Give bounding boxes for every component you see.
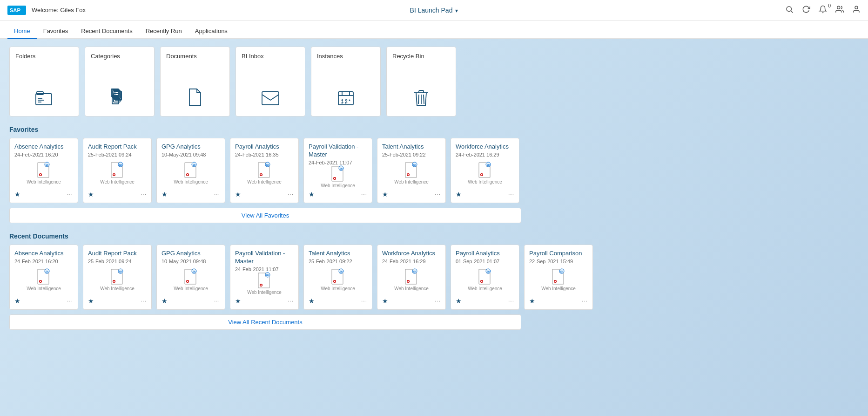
favorites-section: Favorites Absence Analytics24-Feb-2021 1… bbox=[9, 126, 859, 223]
web-intelligence-icon: BI Web Intelligence bbox=[321, 268, 355, 291]
favorite-star-icon[interactable]: ★ bbox=[235, 297, 241, 305]
document-card[interactable]: Absence Analytics24-Feb-2021 16:20 BI We… bbox=[9, 245, 78, 310]
more-options-icon[interactable]: ··· bbox=[141, 298, 147, 304]
favorite-star-icon[interactable]: ★ bbox=[382, 297, 388, 305]
more-options-icon[interactable]: ··· bbox=[582, 298, 588, 304]
more-options-icon[interactable]: ··· bbox=[141, 191, 147, 198]
document-card[interactable]: Talent Analytics25-Feb-2021 09:22 BI Web… bbox=[377, 138, 446, 203]
more-options-icon[interactable]: ··· bbox=[361, 298, 367, 304]
favorite-star-icon[interactable]: ★ bbox=[309, 191, 315, 198]
view-all-recent-button[interactable]: View All Recent Documents bbox=[9, 314, 521, 330]
favorite-star-icon[interactable]: ★ bbox=[309, 297, 315, 305]
nav-home[interactable]: Home bbox=[7, 24, 37, 39]
favorite-star-icon[interactable]: ★ bbox=[529, 297, 535, 305]
svg-point-46 bbox=[261, 174, 262, 175]
favorite-star-icon[interactable]: ★ bbox=[456, 297, 462, 305]
svg-text:BI: BI bbox=[266, 274, 269, 277]
more-options-icon[interactable]: ··· bbox=[67, 298, 73, 304]
favorite-star-icon[interactable]: ★ bbox=[382, 191, 388, 198]
refresh-icon[interactable] bbox=[802, 5, 810, 15]
favorite-star-icon[interactable]: ★ bbox=[161, 297, 168, 305]
document-card[interactable]: Payroll Validation - Master24-Feb-2021 1… bbox=[230, 245, 299, 310]
search-icon[interactable] bbox=[785, 5, 794, 15]
more-options-icon[interactable]: ··· bbox=[508, 191, 514, 198]
recycle-bin-icon bbox=[413, 89, 429, 110]
more-options-icon[interactable]: ··· bbox=[435, 191, 441, 198]
tile-bi-inbox[interactable]: BI Inbox bbox=[236, 47, 305, 116]
svg-point-78 bbox=[334, 280, 336, 282]
tile-folders[interactable]: Folders bbox=[9, 47, 79, 116]
more-options-icon[interactable]: ··· bbox=[435, 298, 441, 304]
more-options-icon[interactable]: ··· bbox=[288, 298, 294, 304]
document-card[interactable]: Payroll Analytics24-Feb-2021 16:35 BI We… bbox=[230, 138, 299, 203]
web-intelligence-icon: BI Web Intelligence bbox=[247, 272, 282, 295]
svg-rect-7 bbox=[37, 92, 43, 95]
web-intelligence-icon: BI Web Intelligence bbox=[174, 162, 208, 184]
favorite-star-icon[interactable]: ★ bbox=[88, 191, 94, 198]
tile-recycle-bin[interactable]: Recycle Bin bbox=[386, 47, 456, 116]
card-title: Payroll Comparison bbox=[529, 250, 588, 258]
web-intelligence-icon: BI Web Intelligence bbox=[394, 268, 429, 291]
document-card[interactable]: Workforce Analytics24-Feb-2021 16:29 BI … bbox=[451, 138, 519, 203]
card-date: 24-Feb-2021 11:07 bbox=[309, 160, 367, 165]
document-card[interactable]: Payroll Validation - Master24-Feb-2021 1… bbox=[303, 138, 372, 203]
document-card[interactable]: GPG Analytics10-May-2021 09:48 BI Web In… bbox=[156, 245, 225, 310]
document-card[interactable]: Absence Analytics24-Feb-2021 16:20 BI We… bbox=[9, 138, 78, 203]
nav-favorites[interactable]: Favorites bbox=[37, 24, 74, 39]
document-card[interactable]: Audit Report Pack25-Feb-2021 09:24 BI We… bbox=[83, 245, 152, 310]
document-card[interactable]: GPG Analytics10-May-2021 09:48 BI Web In… bbox=[156, 138, 225, 203]
app-title-dropdown-icon[interactable] bbox=[455, 7, 458, 14]
more-options-icon[interactable]: ··· bbox=[361, 191, 367, 198]
svg-point-50 bbox=[334, 178, 336, 179]
document-card[interactable]: Payroll Analytics01-Sep-2021 01:07 BI We… bbox=[451, 245, 519, 310]
svg-point-24 bbox=[345, 100, 347, 101]
tile-categories[interactable]: Categories bbox=[85, 47, 155, 116]
svg-text:BI: BI bbox=[119, 164, 122, 166]
web-intelligence-icon: BI Web Intelligence bbox=[394, 162, 429, 184]
svg-text:BI: BI bbox=[560, 270, 563, 273]
more-options-icon[interactable]: ··· bbox=[214, 298, 220, 304]
favorite-star-icon[interactable]: ★ bbox=[161, 191, 168, 198]
nav-applications[interactable]: Applications bbox=[188, 24, 234, 39]
document-card[interactable]: Workforce Analytics24-Feb-2021 16:29 BI … bbox=[377, 245, 446, 310]
svg-point-66 bbox=[114, 280, 115, 282]
card-date: 24-Feb-2021 16:29 bbox=[382, 259, 441, 264]
share-icon[interactable] bbox=[835, 5, 844, 15]
sap-logo[interactable]: SAP bbox=[7, 6, 26, 15]
svg-point-25 bbox=[349, 100, 350, 101]
card-date: 24-Feb-2021 16:20 bbox=[14, 152, 73, 157]
favorite-star-icon[interactable]: ★ bbox=[235, 191, 241, 198]
view-all-favorites-button[interactable]: View All Favorites bbox=[9, 208, 521, 223]
nav-recent-documents[interactable]: Recent Documents bbox=[74, 24, 139, 39]
notification-icon[interactable]: 0 bbox=[819, 5, 827, 15]
favorite-star-icon[interactable]: ★ bbox=[14, 191, 20, 198]
card-date: 25-Feb-2021 09:24 bbox=[88, 152, 147, 157]
tile-documents[interactable]: Documents bbox=[160, 47, 230, 116]
svg-text:BI: BI bbox=[46, 164, 48, 166]
favorite-star-icon[interactable]: ★ bbox=[14, 297, 20, 305]
web-intelligence-icon: BI Web Intelligence bbox=[27, 162, 61, 184]
user-icon[interactable] bbox=[852, 5, 861, 15]
more-options-icon[interactable]: ··· bbox=[214, 191, 220, 198]
svg-text:BI: BI bbox=[487, 164, 490, 166]
card-date: 10-May-2021 09:48 bbox=[161, 152, 220, 157]
favorite-star-icon[interactable]: ★ bbox=[456, 191, 462, 198]
svg-point-42 bbox=[187, 174, 188, 175]
svg-text:BI: BI bbox=[266, 164, 269, 166]
more-options-icon[interactable]: ··· bbox=[288, 191, 294, 198]
svg-text:BI: BI bbox=[340, 270, 343, 273]
document-card[interactable]: Audit Report Pack25-Feb-2021 09:24 BI We… bbox=[83, 138, 152, 203]
svg-point-62 bbox=[40, 280, 41, 282]
app-title: BI Launch Pad bbox=[410, 7, 453, 14]
header-right: 0 bbox=[785, 5, 861, 15]
more-options-icon[interactable]: ··· bbox=[67, 191, 73, 198]
document-card[interactable]: Talent Analytics25-Feb-2021 09:22 BI Web… bbox=[303, 245, 372, 310]
card-title: Absence Analytics bbox=[14, 143, 73, 151]
favorite-star-icon[interactable]: ★ bbox=[88, 297, 94, 305]
document-card[interactable]: Payroll Comparison22-Sep-2021 15:49 BI W… bbox=[524, 245, 593, 310]
more-options-icon[interactable]: ··· bbox=[508, 298, 514, 304]
tile-instances[interactable]: Instances 1 2 bbox=[311, 47, 381, 116]
nav-recently-run[interactable]: Recently Run bbox=[139, 24, 188, 39]
documents-icon bbox=[188, 88, 202, 110]
web-intelligence-icon: BI Web Intelligence bbox=[468, 162, 502, 184]
